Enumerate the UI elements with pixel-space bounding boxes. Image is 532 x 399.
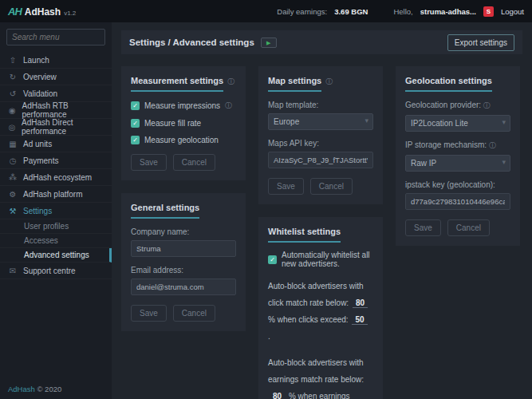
sidebar-item-overview[interactable]: ↻ Overview — [0, 69, 112, 85]
clicks-exceed-input[interactable]: 50 — [352, 315, 367, 325]
sidebar-subitem-advanced-settings[interactable]: Advanced settings — [0, 248, 112, 263]
info-icon[interactable]: ⓘ — [225, 101, 232, 111]
measure-impressions-checkbox[interactable]: ✓ — [131, 101, 140, 110]
daily-earnings-value: 3.69 BGN — [334, 7, 368, 16]
geolocation-settings-card: Geolocation settings Geolocation provide… — [396, 66, 520, 246]
sidebar-subitem-user-profiles[interactable]: User profiles — [0, 219, 112, 234]
cancel-button[interactable]: Cancel — [447, 219, 490, 236]
maps-api-key-field[interactable] — [268, 152, 373, 168]
sidebar-item-settings[interactable]: ⚒ Settings — [0, 203, 112, 219]
sidebar-item-label: AdHash platform — [23, 190, 82, 199]
sidebar-item-adhash-rtb-performance[interactable]: ◉ AdHash RTB performance — [0, 102, 112, 119]
card-title: Whitelist settings — [268, 227, 341, 243]
sidebar-item-support-centre[interactable]: ✉ Support centre — [0, 263, 112, 279]
save-button[interactable]: Save — [405, 219, 441, 236]
rule-text: Auto-block advertisers with click match … — [268, 282, 364, 307]
sidebar-item-payments[interactable]: ◷ Payments — [0, 152, 112, 169]
cancel-button[interactable]: Cancel — [310, 178, 353, 195]
sidebar-item-ad-units[interactable]: ▦ Ad units — [0, 136, 112, 152]
measure-geolocation-checkbox[interactable]: ✓ — [131, 136, 140, 144]
measure-fill-rate-checkbox[interactable]: ✓ — [131, 119, 140, 128]
sidebar-footer: AdHash © 2020 — [8, 385, 61, 393]
rtb-performance-icon: ◉ — [8, 106, 17, 115]
main-content: Settings / Advanced settings ▶ Export se… — [112, 22, 532, 399]
footer-brand-link[interactable]: AdHash — [8, 385, 35, 393]
sidebar-item-label: AdHash RTB performance — [22, 101, 104, 119]
email-field[interactable] — [131, 279, 236, 295]
platform-gear-icon: ⚙ — [8, 190, 18, 199]
breadcrumb: Settings / Advanced settings — [129, 38, 254, 47]
search-input[interactable] — [6, 29, 105, 45]
info-icon[interactable]: ⓘ — [489, 141, 496, 149]
info-icon[interactable]: ⓘ — [483, 101, 491, 109]
company-name-label: Company name: — [131, 227, 236, 236]
sidebar-item-adhash-ecosystem[interactable]: ⁂ AdHash ecosystem — [0, 169, 112, 186]
cancel-button[interactable]: Cancel — [173, 154, 215, 171]
cancel-button[interactable]: Cancel — [173, 305, 215, 322]
footer-copyright: © 2020 — [37, 385, 61, 393]
ipstack-key-label: ipstack key (geolocation): — [405, 180, 510, 189]
map-template-select[interactable]: Europe — [268, 113, 373, 130]
ip-storage-mechanism-label: IP storage mechanism: ⓘ — [405, 140, 510, 151]
greeting-label: Hello, — [393, 7, 412, 16]
topbar: AH AdHash v1.2 Daily earnings: 3.69 BGN … — [0, 0, 532, 22]
rule-text: . — [268, 332, 270, 341]
info-icon[interactable]: ⓘ — [325, 77, 333, 87]
sidebar-item-label: Settings — [23, 207, 52, 215]
geolocation-provider-select[interactable]: IP2Location Lite — [405, 115, 510, 132]
click-match-rate-input[interactable]: 80 — [353, 298, 368, 308]
user-avatar-badge[interactable]: S — [483, 6, 494, 17]
general-settings-card: General settings Company name: Email add… — [121, 193, 246, 331]
company-name-field[interactable] — [131, 240, 236, 257]
sidebar-item-label: Overview — [23, 73, 57, 81]
support-chat-icon: ✉ — [8, 267, 18, 275]
earnings-match-rule: Auto-block advertisers with earnings mat… — [268, 354, 373, 399]
click-match-rule: Auto-block advertisers with click match … — [268, 278, 373, 345]
adhash-logo-icon: AH — [8, 6, 22, 18]
validation-icon: ↺ — [8, 89, 18, 98]
checkbox-label: Automatically whitelist all new advertis… — [282, 251, 373, 268]
email-address-label: Email address: — [131, 266, 236, 275]
ipstack-key-field[interactable] — [405, 193, 510, 210]
auto-whitelist-checkbox[interactable]: ✓ — [268, 255, 277, 264]
direct-performance-icon: ◎ — [8, 123, 16, 132]
export-settings-button[interactable]: Export settings — [447, 34, 514, 51]
map-settings-card: Map settings ⓘ Map template: Europe ▾ Ma… — [258, 66, 383, 204]
sidebar-subitem-label: User profiles — [24, 222, 69, 231]
rule-text: Auto-block advertisers with earnings mat… — [268, 358, 364, 384]
rule-text: % when clicks exceed: — [268, 315, 349, 324]
sidebar: ⇧ Launch ↻ Overview ↺ Validation ◉ AdHas… — [0, 22, 112, 399]
maps-api-key-label: Maps API key: — [268, 139, 373, 148]
checkbox-label: Measure impressions — [144, 101, 220, 110]
card-title: Geolocation settings — [405, 76, 492, 92]
sidebar-item-label: Validation — [23, 89, 57, 98]
card-title: Measurement settings — [131, 76, 223, 92]
play-icon: ▶ — [266, 40, 270, 45]
sidebar-item-launch[interactable]: ⇧ Launch — [0, 52, 112, 69]
sidebar-item-label: Launch — [23, 56, 49, 65]
sidebar-item-validation[interactable]: ↺ Validation — [0, 85, 112, 102]
logout-button[interactable]: Logout — [501, 7, 524, 16]
sidebar-subitem-accesses[interactable]: Accesses — [0, 234, 112, 248]
greeting-username[interactable]: struma-adhas... — [420, 7, 476, 16]
info-icon[interactable]: ⓘ — [227, 77, 234, 87]
sidebar-subitem-label: Advanced settings — [24, 251, 89, 259]
save-button[interactable]: Save — [131, 154, 167, 171]
save-button[interactable]: Save — [131, 305, 167, 322]
sidebar-item-adhash-direct-performance[interactable]: ◎ AdHash Direct performance — [0, 119, 112, 136]
sidebar-item-adhash-platform[interactable]: ⚙ AdHash platform — [0, 186, 112, 203]
save-button[interactable]: Save — [268, 178, 304, 195]
card-title: General settings — [131, 203, 199, 219]
measure-impressions-row: ✓ Measure impressions ⓘ — [131, 100, 236, 111]
ecosystem-icon: ⁂ — [8, 173, 18, 182]
card-title: Map settings — [268, 76, 321, 92]
earnings-match-rate-input[interactable]: 80 — [270, 392, 285, 399]
sidebar-item-label: Payments — [23, 156, 58, 165]
app-logo: AH AdHash v1.2 — [0, 6, 112, 18]
whitelist-settings-card: Whitelist settings ✓ Automatically white… — [258, 217, 383, 399]
tutorial-play-button[interactable]: ▶ — [261, 38, 277, 48]
ip-storage-mechanism-select[interactable]: Raw IP — [405, 155, 510, 172]
measure-geolocation-row: ✓ Measure geolocation — [131, 136, 236, 144]
app-version: v1.2 — [64, 10, 76, 17]
sidebar-item-label: Ad units — [23, 140, 52, 148]
